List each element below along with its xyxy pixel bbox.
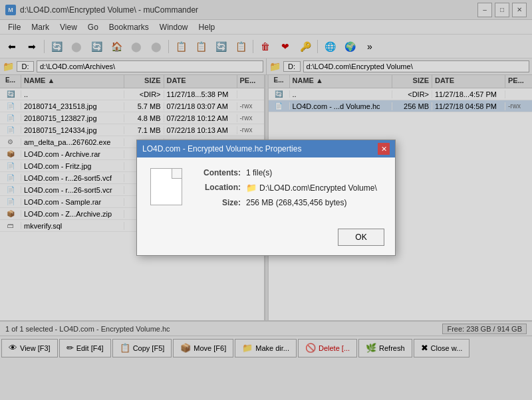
size-label: Size: [193,198,246,207]
location-path: D:\LO4D.com\Encrypted Volume\ [259,183,377,193]
dialog-title-bar: LO4D.com - Encrypted Volume.hc Propertie… [137,140,395,157]
file-thumbnail [150,168,182,205]
ok-button[interactable]: OK [338,229,384,246]
location-label: Location: [193,183,246,192]
modal-overlay: LO4D.com - Encrypted Volume.hc Propertie… [0,0,532,400]
properties-dialog: LO4D.com - Encrypted Volume.hc Propertie… [136,140,396,256]
contents-row: Contents: 1 file(s) [193,168,382,177]
dialog-title: LO4D.com - Encrypted Volume.hc Propertie… [142,144,301,153]
dialog-footer: OK [137,223,395,255]
contents-value: 1 file(s) [246,168,272,177]
dialog-close-button[interactable]: ✕ [378,143,390,155]
dialog-body: Contents: 1 file(s) Location: 📁 D:\LO4D.… [137,157,395,223]
dialog-info: Contents: 1 file(s) Location: 📁 D:\LO4D.… [193,168,382,213]
location-folder-icon: 📁 [246,183,257,193]
size-value: 256 MB (268,435,456 bytes) [246,198,346,207]
location-row: Location: 📁 D:\LO4D.com\Encrypted Volume… [193,183,382,193]
contents-label: Contents: [193,168,246,177]
size-row: Size: 256 MB (268,435,456 bytes) [193,198,382,207]
location-value: 📁 D:\LO4D.com\Encrypted Volume\ [246,183,377,193]
